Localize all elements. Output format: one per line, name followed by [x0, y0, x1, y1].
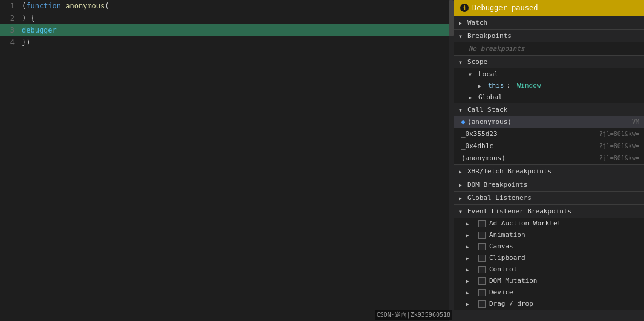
code-content-3: debugger — [22, 26, 57, 34]
code-content-2: ) { — [22, 14, 35, 22]
debug-pause-icon: ℹ — [460, 4, 469, 12]
line-number-1: 1 — [2, 2, 15, 10]
call-stack-func-0: (anonymous) — [467, 118, 512, 126]
call-stack-icon-0: ● — [461, 118, 465, 125]
call-stack-row-0[interactable]: ● (anonymous) VM — [454, 116, 644, 128]
no-breakpoints-text: No breakpoints — [454, 42, 644, 55]
call-stack-url-0: VM — [632, 118, 639, 125]
code-editor: 1 (function anonymous( 2 ) { 3 debugger … — [0, 0, 454, 321]
event-listeners-header[interactable]: Event Listener Breakpoints — [454, 204, 644, 218]
drag-drop-label: Drag / drop — [489, 300, 533, 308]
ad-auction-checkbox[interactable] — [478, 220, 486, 227]
animation-label: Animation — [489, 231, 525, 239]
dom-mutation-triangle — [466, 277, 472, 285]
ad-auction-label: Ad Auction Worklet — [489, 219, 561, 227]
call-stack-row-3[interactable]: (anonymous) ?jl=801&kw= — [454, 152, 644, 164]
local-item[interactable]: Local — [454, 68, 644, 80]
event-item-control[interactable]: Control — [454, 264, 644, 275]
call-stack-func-1: _0x355d23 — [461, 130, 498, 138]
control-checkbox[interactable] — [478, 266, 486, 273]
global-listeners-label: Global Listeners — [467, 194, 532, 202]
event-item-ad-auction[interactable]: Ad Auction Worklet — [454, 218, 644, 229]
debugger-header: ℹ Debugger paused — [454, 0, 644, 16]
breakpoints-content: No breakpoints — [454, 42, 644, 55]
scope-label: Scope — [467, 58, 487, 66]
call-stack-label: Call Stack — [467, 106, 507, 114]
call-stack-name-0: ● (anonymous) — [461, 118, 512, 126]
event-item-device[interactable]: Device — [454, 287, 644, 298]
device-triangle — [466, 288, 472, 296]
line-number-3: 3 — [2, 26, 15, 34]
call-stack-row-1[interactable]: _0x355d23 ?jl=801&kw= — [454, 128, 644, 140]
clipboard-checkbox[interactable] — [478, 255, 486, 262]
watch-triangle — [459, 19, 465, 27]
animation-checkbox[interactable] — [478, 232, 486, 239]
this-prop-name: this — [488, 82, 504, 89]
global-listeners-header[interactable]: Global Listeners — [454, 191, 644, 204]
code-content-1: (function anonymous( — [22, 2, 109, 10]
canvas-checkbox[interactable] — [478, 243, 486, 250]
call-stack-url-3: ?jl=801&kw= — [599, 155, 639, 161]
this-prop-value: Window — [517, 82, 541, 89]
call-stack-triangle — [459, 106, 465, 114]
call-stack-name-3: (anonymous) — [461, 154, 506, 162]
breakpoints-section-header[interactable]: Breakpoints — [454, 29, 644, 42]
call-stack-section-header[interactable]: Call Stack — [454, 103, 644, 116]
event-item-clipboard[interactable]: Clipboard — [454, 252, 644, 264]
clipboard-label: Clipboard — [489, 254, 525, 262]
local-label: Local — [478, 70, 498, 78]
colon-separator: : — [507, 82, 515, 89]
this-triangle — [478, 82, 484, 89]
call-stack-name-2: _0x4db1c — [461, 142, 493, 150]
dom-section-header[interactable]: DOM Breakpoints — [454, 178, 644, 191]
ad-auction-triangle — [466, 219, 472, 227]
breakpoints-label: Breakpoints — [467, 32, 512, 40]
global-label: Global — [478, 93, 503, 101]
debugger-status: Debugger paused — [472, 4, 538, 12]
this-item[interactable]: this : Window — [454, 80, 644, 91]
xhr-label: XHR/fetch Breakpoints — [467, 167, 551, 175]
code-content-4: }) — [22, 38, 30, 47]
call-stack-func-2: _0x4db1c — [461, 142, 493, 150]
call-stack-name-1: _0x355d23 — [461, 130, 498, 138]
drag-drop-checkbox[interactable] — [478, 300, 486, 308]
dom-triangle — [459, 181, 465, 189]
device-checkbox[interactable] — [478, 289, 486, 296]
watermark: CSDN·逆向|Zk935960518 — [375, 310, 452, 320]
global-listeners-triangle — [459, 194, 465, 202]
code-line-4: 4 }) — [0, 36, 454, 48]
call-stack-func-3: (anonymous) — [461, 154, 506, 162]
watch-label: Watch — [467, 19, 487, 27]
device-label: Device — [489, 288, 513, 296]
line-number-4: 4 — [2, 38, 15, 47]
event-item-animation[interactable]: Animation — [454, 229, 644, 241]
dom-mutation-checkbox[interactable] — [478, 277, 486, 285]
scope-section-header[interactable]: Scope — [454, 55, 644, 68]
call-stack-content: ● (anonymous) VM _0x355d23 ?jl=801&kw= _… — [454, 116, 644, 164]
line-number-2: 2 — [2, 14, 15, 22]
global-item[interactable]: Global — [454, 91, 644, 103]
event-listeners-label: Event Listener Breakpoints — [467, 207, 571, 215]
code-line-2: 2 ) { — [0, 12, 454, 24]
call-stack-row-2[interactable]: _0x4db1c ?jl=801&kw= — [454, 140, 644, 152]
code-line-3: 3 debugger — [0, 24, 454, 36]
control-triangle — [466, 265, 472, 273]
event-listeners-triangle — [459, 207, 465, 215]
clipboard-triangle — [466, 254, 472, 262]
debugger-panel[interactable]: ℹ Debugger paused Watch Breakpoints No b… — [454, 0, 644, 321]
event-item-canvas[interactable]: Canvas — [454, 241, 644, 252]
breakpoints-triangle — [459, 32, 465, 40]
scope-content: Local this : Window Global — [454, 68, 644, 103]
event-item-drag-drop[interactable]: Drag / drop — [454, 298, 644, 310]
call-stack-url-1: ?jl=801&kw= — [599, 131, 639, 137]
event-listeners-content: Ad Auction Worklet Animation Canvas Clip… — [454, 218, 644, 310]
scope-triangle — [459, 58, 465, 66]
scrollbar-thumb[interactable] — [449, 0, 454, 36]
code-line-1: 1 (function anonymous( — [0, 0, 454, 12]
canvas-label: Canvas — [489, 242, 513, 250]
xhr-section-header[interactable]: XHR/fetch Breakpoints — [454, 164, 644, 178]
watch-section-header[interactable]: Watch — [454, 16, 644, 29]
event-item-dom-mutation[interactable]: DOM Mutation — [454, 275, 644, 287]
code-scrollbar[interactable] — [449, 0, 454, 321]
global-triangle — [469, 93, 475, 101]
